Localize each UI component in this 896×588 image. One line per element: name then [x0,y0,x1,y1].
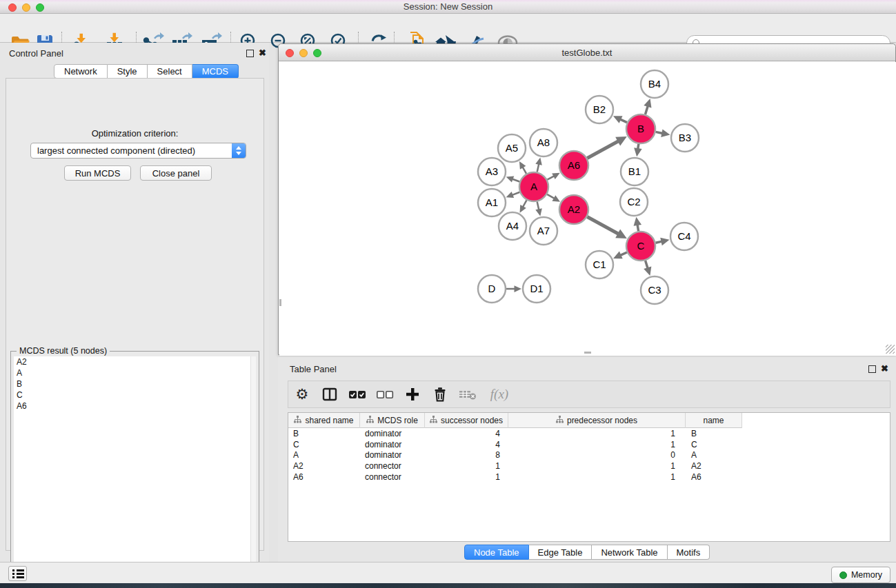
table-panel-tabs: Node TableEdge TableNetwork TableMotifs [464,545,710,560]
edge-B-B4[interactable] [645,105,648,114]
delete-table-icon[interactable] [454,381,481,407]
close-panel-icon[interactable]: ✖ [259,48,266,58]
deselect-all-icon[interactable] [371,381,399,407]
result-item[interactable]: A [14,367,250,378]
graph-node-label: B3 [679,132,691,143]
tab-mcds[interactable]: MCDS [192,64,239,79]
arrowhead-icon [644,99,651,108]
graph-node-label: C3 [648,284,661,296]
criterion-dropdown[interactable]: largest connected component (directed) [30,143,246,159]
edge-A6-B[interactable] [587,141,619,159]
result-item[interactable]: C [14,389,250,401]
arrowhead-icon [661,129,670,136]
vertical-scroll-indicator[interactable] [279,299,281,306]
result-item[interactable]: A6 [14,401,250,412]
mcds-result-title: MCDS result (5 nodes) [17,346,110,356]
column-header-name[interactable]: name [686,413,742,428]
table-cell: 1 [425,472,508,482]
tab-edge-table[interactable]: Edge Table [529,545,593,560]
table-cell: 4 [425,429,508,438]
edge-A2-C[interactable] [587,217,619,234]
graph-node-label: A4 [506,220,519,232]
float-table-panel-icon[interactable] [868,365,876,373]
tab-node-table[interactable]: Node Table [464,545,529,560]
graph-node-label: C1 [593,258,606,270]
control-panel-header: Control Panel ✖ [0,46,269,60]
tab-select[interactable]: Select [148,64,192,79]
status-bar: Memory [0,562,896,583]
edge-A-A4[interactable] [523,200,527,207]
column-header-shared-name[interactable]: shared name [288,413,360,428]
graph-node-label: A6 [568,159,580,171]
result-item[interactable]: A2 [14,356,250,367]
edge-A-A6[interactable] [547,176,554,180]
edge-C-C1[interactable] [620,252,627,256]
mcds-tab-content: Optimization criterion: largest connecte… [6,78,264,551]
network-graph[interactable]: B4B2BB3B1A5A8A6A3AA1C2A4A7A2C4CC1C3DD1 [279,62,896,356]
edge-B-B2[interactable] [620,119,627,123]
show-columns-icon[interactable] [316,381,344,407]
table-settings-icon[interactable]: ⚙ [288,381,316,407]
tab-network-table[interactable]: Network Table [592,545,667,560]
table-row[interactable]: Cdominator41C [288,439,890,450]
run-mcds-button[interactable]: Run MCDS [64,165,131,181]
memory-status-icon [839,571,847,579]
function-builder-icon[interactable]: f(x) [481,381,517,407]
table-row[interactable]: A2connector11A2 [288,460,890,472]
tab-style[interactable]: Style [108,64,148,79]
result-scrollbar[interactable] [250,356,256,578]
arrowhead-icon [634,217,642,226]
control-panel: Control Panel ✖ NetworkStyleSelectMCDS O… [0,43,269,562]
delete-row-icon[interactable] [426,381,454,407]
add-column-icon[interactable] [399,381,426,407]
graph-node-label: C2 [627,196,640,207]
table-toolbar: ⚙ [288,381,890,408]
edge-A-A7[interactable] [537,201,539,210]
select-all-icon[interactable] [344,381,371,407]
graph-node-label: A1 [486,196,498,208]
graph-node-label: B2 [593,103,606,115]
mcds-result-list[interactable]: A2ABCA6 [14,356,250,578]
graph-node-label: B4 [648,78,661,90]
desktop-background-strip [0,583,896,588]
edge-A-A3[interactable] [512,179,519,182]
table-panel: Table Panel ✖ ⚙ [278,357,896,562]
edge-A-A8[interactable] [537,163,539,172]
network-canvas[interactable]: B4B2BB3B1A5A8A6A3AA1C2A4A7A2C4CC1C3DD1 [279,62,896,356]
memory-label: Memory [851,570,882,580]
table-cell: 1 [508,440,686,449]
graph-node-label: B [637,123,644,134]
graph-node-label: D [488,283,496,294]
horizontal-scroll-indicator[interactable] [584,352,591,354]
graph-node-label: D1 [530,283,543,294]
arrowhead-icon [535,157,542,165]
close-panel-button[interactable]: Close panel [140,165,212,181]
tab-motifs[interactable]: Motifs [668,545,710,560]
resize-grip-icon[interactable] [886,345,895,354]
edge-A-A5[interactable] [522,167,526,174]
edge-B-B3[interactable] [656,132,663,133]
network-window-title: testGlobe.txt [279,48,895,58]
tab-network[interactable]: Network [54,64,108,79]
close-table-panel-icon[interactable]: ✖ [881,363,888,374]
table-row[interactable]: Bdominator41B [288,428,890,439]
node-table[interactable]: shared nameMCDS rolesuccessor nodesprede… [288,412,890,542]
result-item[interactable]: B [14,378,250,389]
memory-button[interactable]: Memory [831,567,890,583]
float-panel-icon[interactable] [246,50,254,57]
graph-node-label: C [637,240,645,252]
column-header-successor-nodes[interactable]: successor nodes [425,413,508,428]
table-row[interactable]: Adominator80A [288,450,890,461]
column-header-MCDS-role[interactable]: MCDS role [360,413,425,428]
column-header-predecessor-nodes[interactable]: predecessor nodes [508,413,686,428]
edge-A-A2[interactable] [547,194,555,199]
edge-A-A1[interactable] [512,192,519,195]
table-cell: dominator [360,429,425,438]
task-history-button[interactable] [8,566,27,581]
table-cell: 8 [425,450,508,460]
table-cell: B [686,429,742,438]
edge-C-C3[interactable] [646,261,648,269]
table-body[interactable]: Bdominator41BCdominator41CAdominator80AA… [288,428,890,541]
main-toolbar [0,14,896,43]
table-row[interactable]: A6connector11A6 [288,472,890,483]
